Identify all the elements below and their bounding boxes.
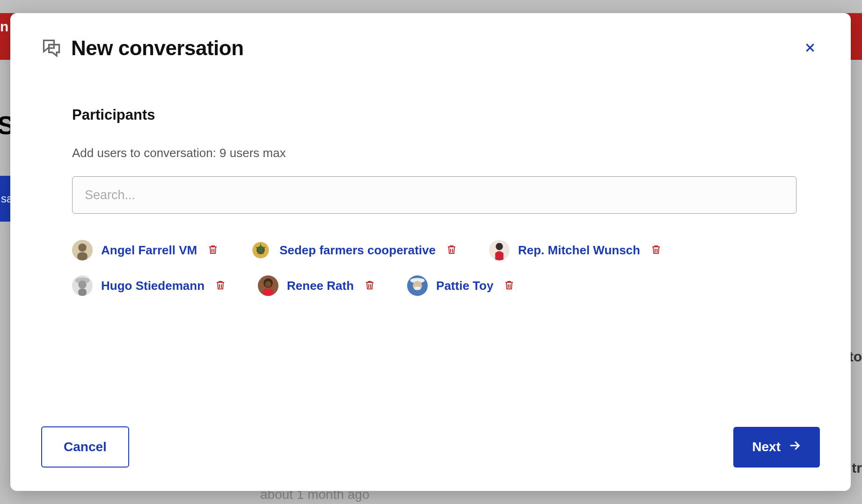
modal-title-wrap: New conversation — [41, 36, 244, 60]
search-input[interactable] — [72, 176, 796, 214]
cancel-button[interactable]: Cancel — [41, 426, 129, 468]
avatar — [258, 275, 278, 296]
avatar — [72, 275, 93, 296]
bg-text-fragment: n — [0, 19, 8, 35]
new-conversation-modal: New conversation Participants Add users … — [10, 13, 851, 491]
participant-name-link[interactable]: Renee Rath — [287, 279, 354, 293]
close-icon — [804, 48, 816, 55]
svg-point-4 — [496, 243, 503, 250]
participant-chip: Hugo Stiedemann — [72, 275, 228, 296]
helper-text: Add users to conversation: 9 users max — [72, 146, 796, 160]
modal-title: New conversation — [71, 36, 244, 60]
svg-rect-13 — [414, 287, 420, 290]
participant-chip: Rep. Mitchel Wunsch — [489, 240, 664, 260]
participant-chip: Sedep farmers cooperative — [250, 240, 459, 260]
next-button-label: Next — [752, 439, 781, 454]
trash-icon — [215, 286, 226, 293]
participant-name-link[interactable]: Rep. Mitchel Wunsch — [518, 243, 640, 258]
avatar — [250, 240, 271, 260]
arrow-right-icon — [788, 439, 801, 455]
modal-footer: Cancel Next — [41, 426, 820, 468]
remove-participant-button[interactable] — [362, 277, 377, 295]
trash-icon — [446, 250, 457, 257]
participant-name-link[interactable]: Angel Farrell VM — [101, 243, 197, 258]
svg-rect-10 — [263, 289, 273, 296]
remove-participant-button[interactable] — [205, 242, 220, 259]
participants-list: Angel Farrell VM Sedep farmers cooperati… — [72, 240, 796, 296]
avatar — [72, 240, 93, 260]
participant-name-link[interactable]: Pattie Toy — [436, 279, 493, 293]
conversation-icon — [41, 37, 62, 59]
remove-participant-button[interactable] — [213, 277, 228, 295]
participant-name-link[interactable]: Hugo Stiedemann — [101, 279, 205, 293]
remove-participant-button[interactable] — [444, 242, 459, 259]
svg-point-0 — [78, 244, 87, 252]
participants-heading: Participants — [72, 107, 796, 123]
participant-chip: Renee Rath — [258, 275, 377, 296]
participant-name-link[interactable]: Sedep farmers cooperative — [279, 243, 436, 258]
svg-point-6 — [78, 281, 87, 289]
bg-text-fragment: tr — [852, 460, 862, 476]
close-button[interactable] — [800, 38, 820, 59]
svg-rect-1 — [77, 252, 88, 260]
participant-chip: Angel Farrell VM — [72, 240, 220, 260]
modal-content: Participants Add users to conversation: … — [41, 107, 820, 426]
participant-chip: Pattie Toy — [407, 275, 517, 296]
remove-participant-button[interactable] — [649, 242, 664, 259]
avatar — [489, 240, 510, 260]
trash-icon — [207, 250, 219, 257]
trash-icon — [504, 286, 515, 293]
svg-point-9 — [265, 281, 271, 287]
trash-icon — [364, 286, 375, 293]
svg-rect-7 — [78, 289, 87, 296]
remove-participant-button[interactable] — [502, 277, 517, 295]
next-button[interactable]: Next — [733, 427, 820, 468]
avatar — [407, 275, 428, 296]
modal-header: New conversation — [41, 36, 820, 60]
trash-icon — [650, 250, 662, 257]
